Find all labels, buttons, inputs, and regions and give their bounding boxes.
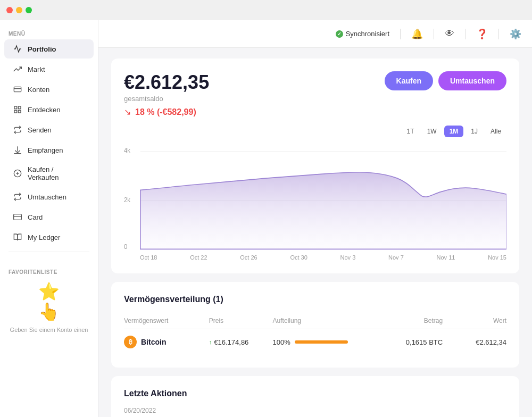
sidebar-item-senden[interactable]: Senden: [4, 120, 94, 139]
chart-svg: 4k 2k 0: [124, 146, 506, 252]
sidebar-item-empfangen[interactable]: Empfangen: [4, 140, 94, 160]
sync-icon: [336, 30, 343, 38]
change-value: 18 % (-€582,99): [135, 107, 196, 116]
svg-text:2k: 2k: [124, 196, 130, 203]
sidebar: MENÜ Portfolio Markt Konten Entdecken: [0, 20, 98, 417]
gear-icon[interactable]: ⚙️: [510, 28, 521, 40]
time-btn-1w[interactable]: 1W: [422, 126, 442, 137]
exchange-button[interactable]: Umtauschen: [438, 71, 506, 90]
sidebar-item-entdecken[interactable]: Entdecken: [4, 100, 94, 119]
buy-button[interactable]: Kaufen: [385, 71, 433, 90]
x-label-oct18: Oct 18: [140, 254, 157, 261]
balance-amount: €2.612,35: [124, 71, 209, 94]
sidebar-item-portfolio[interactable]: Portfolio: [4, 39, 94, 59]
svg-text:0: 0: [124, 243, 128, 251]
sidebar-item-konten[interactable]: Konten: [4, 80, 94, 99]
change-arrow-icon: ↘: [124, 107, 131, 117]
asset-name: ₿ Bitcoin: [124, 336, 209, 348]
favorites-section: FAVORITENLISTE ⭐👆 Geben Sie einem Konto …: [0, 261, 98, 343]
sync-badge: Synchronisiert: [336, 30, 389, 38]
asset-row-bitcoin: ₿ Bitcoin ↑ €16.174,86 1: [124, 329, 506, 355]
portfolio-icon: [13, 44, 22, 54]
eye-icon[interactable]: 👁: [445, 28, 454, 39]
svg-rect-2: [14, 106, 17, 109]
sidebar-item-card[interactable]: Card: [4, 207, 94, 227]
asset-price: ↑ €16.174,86: [209, 338, 273, 346]
question-icon[interactable]: ❓: [476, 28, 488, 40]
change-text: 18 % (-€582,99): [135, 107, 196, 117]
star-hand-icon: ⭐👆: [38, 281, 60, 322]
portfolio-content: €2.612,35 gesamtsaldo Kaufen Umtauschen …: [98, 48, 532, 417]
chart-area: [140, 172, 506, 249]
my-ledger-icon: [13, 232, 22, 242]
maximize-button[interactable]: [26, 7, 32, 13]
sidebar-item-markt[interactable]: Markt: [4, 60, 94, 79]
app: MENÜ Portfolio Markt Konten Entdecken: [0, 20, 532, 417]
close-button[interactable]: [6, 7, 13, 13]
assets-card: Vermögensverteilung (1) Vermögenswert Pr…: [111, 282, 519, 368]
x-label-oct22: Oct 22: [190, 254, 207, 261]
sidebar-item-my-ledger[interactable]: My Ledger: [4, 228, 94, 247]
balance-group: €2.612,35 gesamtsaldo: [124, 71, 209, 103]
entdecken-icon: [13, 105, 22, 114]
kaufen-verkaufen-icon: [13, 169, 22, 178]
sidebar-item-portfolio-label: Portfolio: [28, 45, 56, 53]
empfangen-icon: [13, 145, 22, 155]
time-btn-alle[interactable]: Alle: [485, 126, 506, 137]
actions-card: Letzte Aktionen 06/20/2022 Empfangen 7:5…: [111, 376, 519, 417]
col-header-amount: Betrag: [358, 317, 443, 324]
sync-label: Synchronisiert: [346, 30, 389, 38]
sidebar-item-kaufen-verkaufen-label: Kaufen / Verkaufen: [28, 165, 85, 181]
main-area: Synchronisiert 🔔 👁 ❓ ⚙️ €2.612,35 gesamt…: [98, 20, 532, 417]
chart-container: 4k 2k 0: [124, 146, 506, 252]
separator-4: [498, 29, 499, 39]
table-header: Vermögenswert Preis Aufteilung Betrag We…: [124, 313, 506, 329]
menu-label: MENÜ: [0, 27, 98, 39]
sidebar-item-markt-label: Markt: [28, 65, 45, 73]
time-btn-1t[interactable]: 1T: [402, 126, 420, 137]
asset-amount: 0,1615 BTC: [358, 338, 443, 346]
balance-card: €2.612,35 gesamtsaldo Kaufen Umtauschen …: [111, 59, 519, 273]
balance-row: €2.612,35 gesamtsaldo Kaufen Umtauschen: [124, 71, 506, 103]
asset-amount-cell: 0,1615 BTC: [358, 338, 443, 346]
price-up-icon: ↑: [209, 339, 212, 345]
balance-label: gesamtsaldo: [124, 95, 209, 103]
asset-name-cell: ₿ Bitcoin: [124, 336, 209, 348]
svg-text:4k: 4k: [124, 147, 130, 154]
time-selector: 1T 1W 1M 1J Alle: [402, 126, 506, 137]
x-label-nov3: Nov 3: [340, 254, 356, 261]
favorites-placeholder: ⭐👆 Geben Sie einem Konto einen: [9, 281, 89, 334]
bar-fill: [295, 340, 348, 344]
umtauschen-icon: [13, 192, 22, 202]
btc-icon: ₿: [124, 336, 137, 348]
x-label-oct26: Oct 26: [240, 254, 257, 261]
markt-icon: [13, 64, 22, 74]
sidebar-item-umtauschen[interactable]: Umtauschen: [4, 187, 94, 206]
sidebar-item-kaufen-verkaufen[interactable]: Kaufen / Verkaufen: [4, 161, 94, 186]
sidebar-item-senden-label: Senden: [28, 126, 52, 134]
top-header: Synchronisiert 🔔 👁 ❓ ⚙️: [98, 20, 532, 48]
col-header-value: Wert: [443, 317, 506, 324]
bell-icon[interactable]: 🔔: [411, 28, 423, 40]
time-btn-1m[interactable]: 1M: [444, 126, 464, 137]
x-label-nov15: Nov 15: [488, 254, 506, 261]
svg-rect-4: [14, 110, 17, 113]
bar-background: [295, 340, 348, 344]
favorites-text: Geben Sie einem Konto einen: [10, 326, 88, 334]
assets-title: Vermögensverteilung (1): [124, 295, 506, 304]
change-row: ↘ 18 % (-€582,99): [124, 107, 506, 117]
actions-date: 06/20/2022: [124, 407, 506, 414]
minimize-button[interactable]: [16, 7, 22, 13]
col-header-asset: Vermögenswert: [124, 317, 209, 324]
asset-alloc-cell: 100%: [273, 338, 358, 346]
asset-price-cell: ↑ €16.174,86: [209, 338, 273, 346]
asset-label: Bitcoin: [141, 338, 166, 346]
sidebar-item-entdecken-label: Entdecken: [28, 106, 60, 114]
sidebar-item-konten-label: Konten: [28, 86, 49, 94]
konten-icon: [13, 85, 22, 94]
alloc-pct: 100%: [273, 338, 290, 346]
asset-value: €2.612,34: [443, 338, 506, 346]
time-btn-1j[interactable]: 1J: [466, 126, 483, 137]
separator-3: [465, 29, 466, 39]
favorites-label: FAVORITENLISTE: [9, 269, 89, 275]
